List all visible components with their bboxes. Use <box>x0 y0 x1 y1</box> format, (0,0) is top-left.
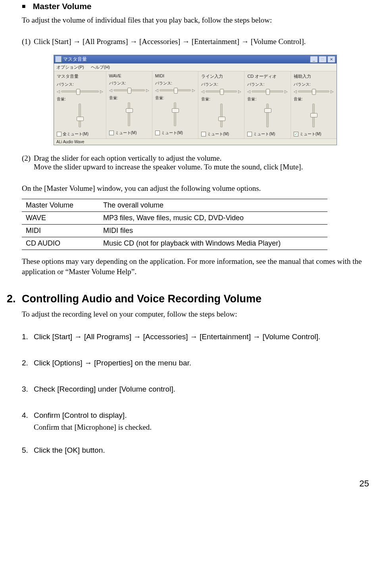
table-row: WAVEMP3 files, Wave files, music CD, DVD… <box>22 212 327 225</box>
step2-3: 3. Check [Recording] under [Volume contr… <box>22 385 365 394</box>
heading-section-2: 2.Controlling Audio and Voice Recording … <box>7 293 365 305</box>
balance-slider[interactable]: ◁▷ <box>57 88 103 95</box>
channel-name: 補助入力 <box>294 73 334 79</box>
step2-5: 5. Click the [OK] button. <box>22 446 365 455</box>
speaker-right-icon: ▷ <box>285 89 288 94</box>
mute-label: ミュート(M) <box>253 131 275 137</box>
mute-checkbox[interactable] <box>57 132 62 136</box>
step2-4-sub: Confirm that [Microphone] is checked. <box>34 422 365 432</box>
mute-checkbox[interactable] <box>109 131 114 135</box>
channel-5: 補助入力バランス:◁▷音量:✓ミュート(M) <box>291 71 337 138</box>
volume-slider[interactable] <box>79 104 81 127</box>
minimize-button[interactable]: _ <box>310 56 318 63</box>
channel-name: MIDI <box>155 73 195 78</box>
intro-text: To adjust the volume of individual files… <box>22 15 365 25</box>
note-text: These options may vary depending on the … <box>22 256 365 277</box>
speaker-right-icon: ▷ <box>100 89 103 94</box>
volume-slider[interactable] <box>266 104 269 127</box>
channel-name: ライン入力 <box>201 73 241 79</box>
mute-label: ミュート(M) <box>300 131 321 137</box>
speaker-left-icon: ◁ <box>109 88 112 92</box>
menu-help[interactable]: ヘルプ(H) <box>91 65 110 69</box>
speaker-right-icon: ▷ <box>146 88 149 92</box>
table-row: CD AUDIOMusic CD (not for playback with … <box>22 237 327 250</box>
speaker-left-icon: ◁ <box>247 89 250 94</box>
volume-slider[interactable] <box>174 102 176 126</box>
page-number: 25 <box>22 478 369 489</box>
step-1: (1) Click [Start] → [All Programs] → [Ac… <box>22 37 365 46</box>
volume-slider[interactable] <box>312 104 315 127</box>
speaker-right-icon: ▷ <box>331 89 334 94</box>
step-2: (2) Drag the slider for each option vert… <box>22 154 365 171</box>
speaker-left-icon: ◁ <box>294 89 297 94</box>
channel-1: WAVEバランス:◁▷音量:ミュート(M) <box>106 71 152 138</box>
channel-name: WAVE <box>109 73 149 78</box>
channel-3: ライン入力バランス:◁▷音量:ミュート(M) <box>198 71 244 138</box>
volume-slider[interactable] <box>220 104 223 127</box>
maximize-button[interactable]: □ <box>319 56 327 63</box>
table-row: MIDIMIDI files <box>22 225 327 237</box>
channel-0: マスタ音量バランス:◁▷音量:全ミュート(M) <box>54 71 106 138</box>
mute-label: 全ミュート(M) <box>63 131 88 137</box>
balance-slider[interactable]: ◁▷ <box>247 88 287 95</box>
channel-2: MIDIバランス:◁▷音量:ミュート(M) <box>152 71 198 138</box>
volume-slider[interactable] <box>128 102 130 126</box>
step2-2: 2. Click [Options] → [Properties] on the… <box>22 359 365 367</box>
balance-slider[interactable]: ◁▷ <box>109 87 149 94</box>
step2-4: 4. Confirm [Control to display]. <box>22 411 365 420</box>
heading-master-volume: ■Master Volume <box>22 2 365 11</box>
window-titlebar[interactable]: マスタ音量 _ □ ✕ <box>54 55 337 63</box>
mute-label: ミュート(M) <box>207 131 229 137</box>
balance-slider[interactable]: ◁▷ <box>294 88 334 95</box>
mute-checkbox[interactable] <box>247 132 252 136</box>
mute-checkbox[interactable]: ✓ <box>294 132 298 136</box>
channel-name: マスタ音量 <box>57 73 103 79</box>
status-bar: ALi Audio Wave <box>54 138 337 145</box>
app-icon <box>55 56 62 62</box>
options-table: Master VolumeThe overall volumeWAVEMP3 f… <box>22 199 327 250</box>
volume-control-window: マスタ音量 _ □ ✕ オプション(P) ヘルプ(H) マスタ音量バランス:◁▷… <box>54 55 337 145</box>
close-button[interactable]: ✕ <box>327 56 335 63</box>
speaker-right-icon: ▷ <box>192 88 195 92</box>
speaker-right-icon: ▷ <box>238 89 241 94</box>
section2-intro: To adjust the recording level on your co… <box>22 309 365 319</box>
speaker-left-icon: ◁ <box>155 88 158 92</box>
channel-name: CD オーディオ <box>247 73 287 79</box>
options-lead: On the [Master Volume] window, you can a… <box>22 183 365 194</box>
balance-slider[interactable]: ◁▷ <box>201 88 241 95</box>
channel-4: CD オーディオバランス:◁▷音量:ミュート(M) <box>244 71 290 138</box>
window-title: マスタ音量 <box>63 56 87 63</box>
menu-options[interactable]: オプション(P) <box>56 65 84 69</box>
mute-checkbox[interactable] <box>155 131 160 135</box>
mute-label: ミュート(M) <box>161 130 183 136</box>
step2-1: 1. Click [Start] → [All Programs] → [Acc… <box>22 332 365 341</box>
mute-checkbox[interactable] <box>201 132 206 136</box>
mute-label: ミュート(M) <box>115 130 137 136</box>
speaker-left-icon: ◁ <box>57 89 60 94</box>
bullet-icon: ■ <box>22 3 26 10</box>
table-row: Master VolumeThe overall volume <box>22 199 327 212</box>
speaker-left-icon: ◁ <box>201 89 204 94</box>
menu-bar: オプション(P) ヘルプ(H) <box>54 63 337 71</box>
balance-slider[interactable]: ◁▷ <box>155 87 195 94</box>
